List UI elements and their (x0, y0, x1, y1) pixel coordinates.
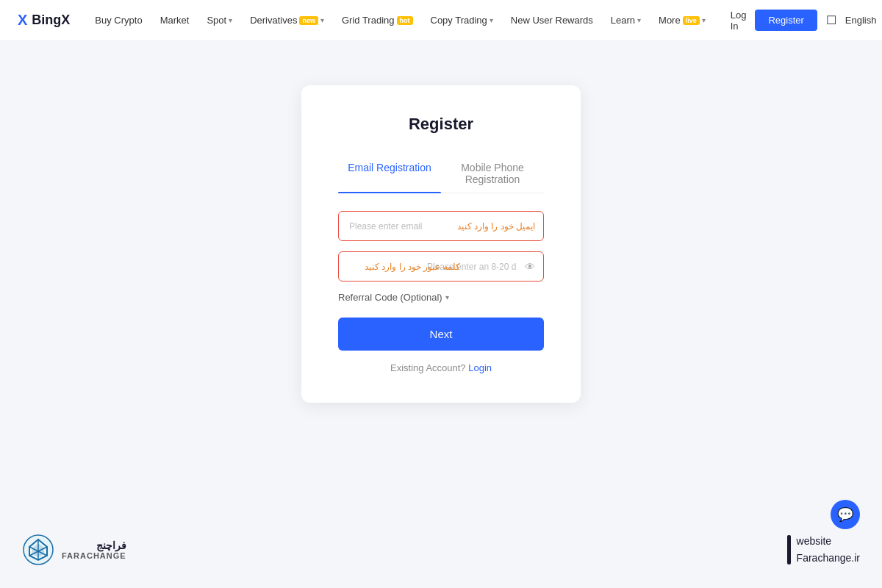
website-label: website (797, 533, 860, 549)
brand-logo[interactable]: X BingX (18, 12, 70, 29)
nav-derivatives[interactable]: Derivatives new ▾ (243, 10, 331, 30)
farachange-logo-icon (22, 534, 54, 566)
chevron-down-icon: ▾ (490, 16, 493, 24)
chevron-down-icon: ▾ (637, 16, 641, 24)
nav-spot[interactable]: Spot ▾ (199, 10, 240, 30)
nav-buy-crypto[interactable]: Buy Crypto (87, 10, 149, 30)
logo-name: BingX (32, 12, 70, 28)
nav-badge-new: new (299, 16, 318, 25)
nav-new-user-rewards[interactable]: New User Rewards (503, 10, 600, 30)
nav-grid-trading[interactable]: Grid Trading hot (334, 10, 420, 30)
nav-learn[interactable]: Learn ▾ (603, 10, 648, 30)
next-button[interactable]: Next (338, 318, 544, 351)
chevron-down-icon: ▾ (702, 16, 706, 24)
nav-badge-hot: hot (397, 16, 413, 25)
logo-x: X (18, 12, 27, 29)
login-link[interactable]: Log In (731, 10, 747, 32)
footer-website: website Farachange.ir (787, 533, 860, 566)
website-url: Farachange.ir (797, 550, 860, 566)
existing-account-row: Existing Account? Login (338, 362, 544, 373)
nav-copy-trading[interactable]: Copy Trading ▾ (423, 10, 501, 30)
password-field-group: 👁 کلمه عبور خود را وارد کنید (338, 251, 544, 282)
language-selector[interactable]: English (845, 15, 877, 26)
register-button[interactable]: Register (755, 10, 817, 31)
register-title: Register (338, 115, 544, 134)
chat-button[interactable]: 💬 (831, 500, 860, 529)
nav-badge-live: live (683, 16, 700, 25)
register-card: Register Email Registration Mobile Phone… (301, 85, 581, 403)
footer-divider (787, 535, 791, 564)
tab-mobile-registration[interactable]: Mobile Phone Registration (441, 154, 544, 193)
footer-logo-arabic: فراچنج (62, 539, 126, 551)
referral-code-row[interactable]: Referral Code (Optional) ▾ (338, 292, 544, 303)
navbar: X BingX Buy Crypto Market Spot ▾ Derivat… (0, 0, 882, 41)
tab-email-registration[interactable]: Email Registration (338, 154, 441, 193)
nav-market[interactable]: Market (153, 10, 197, 30)
footer-logo: فراچنج FARACHANGE (22, 534, 126, 566)
nav-more[interactable]: More live ▾ (651, 10, 713, 30)
registration-tabs: Email Registration Mobile Phone Registra… (338, 154, 544, 193)
password-input[interactable] (338, 251, 544, 282)
chevron-down-icon: ▾ (445, 293, 449, 301)
chat-icon: 💬 (837, 506, 853, 523)
email-field-group: ایمیل خود را وارد کنید (338, 211, 544, 241)
login-link[interactable]: Login (468, 362, 492, 373)
nav-right: Log In Register ☐ English USD (731, 10, 882, 32)
nav-links: Buy Crypto Market Spot ▾ Derivatives new… (87, 10, 712, 30)
footer-logo-text: فراچنج FARACHANGE (62, 539, 126, 560)
referral-label: Referral Code (Optional) (338, 292, 442, 303)
chevron-down-icon: ▾ (320, 16, 324, 24)
main-content: Register Email Registration Mobile Phone… (0, 41, 882, 541)
chevron-down-icon: ▾ (229, 16, 232, 24)
theme-icon[interactable]: ☐ (826, 13, 836, 27)
footer-logo-english: FARACHANGE (62, 551, 126, 560)
existing-account-text: Existing Account? (390, 362, 466, 373)
email-input[interactable] (338, 211, 544, 241)
footer-website-text: website Farachange.ir (797, 533, 860, 566)
eye-icon[interactable]: 👁 (525, 261, 535, 273)
